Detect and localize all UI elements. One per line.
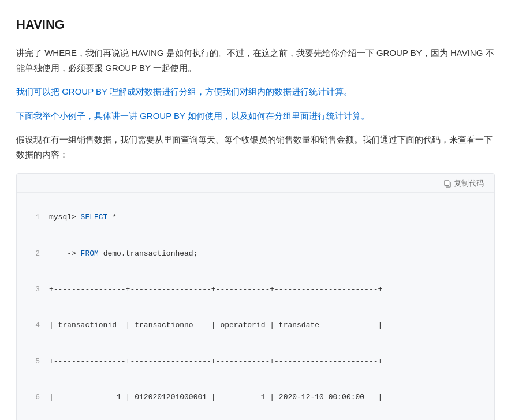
code-line-3: 3 +----------------+------------------+-… <box>17 284 494 296</box>
line-content-3: +----------------+------------------+---… <box>49 284 485 296</box>
code-line-4: 4 | transactionid | transactionno | oper… <box>17 320 494 332</box>
copy-button-area: 复制代码 <box>17 174 494 193</box>
line-content-4: | transactionid | transactionno | operat… <box>49 320 485 332</box>
line-num-5: 5 <box>26 356 40 368</box>
line-content-1: mysql> SELECT * <box>49 212 485 224</box>
line-num-4: 4 <box>26 320 40 332</box>
code-line-5: 5 +----------------+------------------+-… <box>17 356 494 368</box>
paragraph-1: 讲完了 WHERE，我们再说说 HAVING 是如何执行的。不过，在这之前，我要… <box>16 46 495 75</box>
code-line-6: 6 | 1 | 0120201201000001 | 1 | 2020-12-1… <box>17 392 494 404</box>
code-line-1: 1 mysql> SELECT * <box>17 212 494 224</box>
line-num-1: 1 <box>26 212 40 224</box>
code-block: 复制代码 1 mysql> SELECT * 2 -> FROM demo.tr… <box>16 173 495 420</box>
line-num-2: 2 <box>26 248 40 260</box>
line-num-3: 3 <box>26 284 40 296</box>
copy-icon <box>443 179 452 187</box>
paragraph-2: 我们可以把 GROUP BY 理解成对数据进行分组，方便我们对组内的数据进行统计… <box>16 84 495 99</box>
copy-code-button[interactable]: 复制代码 <box>440 177 487 190</box>
line-content-5: +----------------+------------------+---… <box>49 356 485 368</box>
line-content-6: | 1 | 0120201201000001 | 1 | 2020-12-10 … <box>49 392 485 404</box>
line-content-2: -> FROM demo.transactionhead; <box>49 248 485 260</box>
line-num-6: 6 <box>26 392 40 404</box>
page-title: HAVING <box>16 14 495 35</box>
paragraph-4: 假设现在有一组销售数据，我们需要从里面查询每天、每个收银员的销售数量和销售金额。… <box>16 132 495 162</box>
code-line-2: 2 -> FROM demo.transactionhead; <box>17 248 494 260</box>
paragraph-3: 下面我举个小例子，具体讲一讲 GROUP BY 如何使用，以及如何在分组里面进行… <box>16 108 495 123</box>
copy-label: 复制代码 <box>454 178 484 189</box>
svg-rect-1 <box>445 181 449 186</box>
code-content: 1 mysql> SELECT * 2 -> FROM demo.transac… <box>17 193 494 420</box>
